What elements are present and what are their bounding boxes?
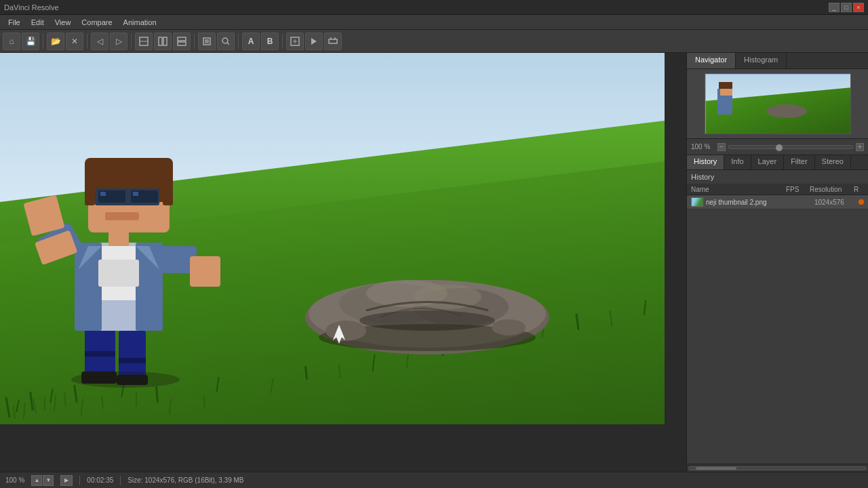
- svg-point-91: [71, 371, 180, 388]
- svg-rect-7: [205, 39, 209, 43]
- panel-tabs: History Info Layer Filter Stereo: [687, 155, 868, 170]
- zoom-slider-thumb[interactable]: [776, 144, 783, 151]
- status-size-info: Size: 1024x576, RGB (16Bit), 3.39 MB: [127, 476, 243, 484]
- tab-histogram[interactable]: Histogram: [736, 53, 787, 68]
- app-title: DaVinci Resolve: [4, 3, 59, 12]
- toolbar-view2-button[interactable]: [154, 33, 172, 50]
- toolbar-open-button[interactable]: 📂: [47, 33, 64, 50]
- col-header-fps: FPS: [786, 186, 810, 193]
- status-timecode: 00:02:35: [87, 476, 113, 484]
- col-header-resolution: Resolution: [810, 186, 854, 193]
- svg-rect-72: [85, 178, 95, 205]
- status-bar: 100 % ▲ ▼ ▶ 00:02:35 Size: 1024x576, RGB…: [0, 472, 868, 488]
- toolbar-extra3-button[interactable]: [324, 33, 342, 50]
- scene-canvas: [0, 53, 665, 424]
- navigator-tabs: Navigator Histogram: [687, 53, 868, 69]
- menu-edit[interactable]: Edit: [26, 17, 50, 28]
- history-section-title: History: [687, 170, 868, 184]
- toolbar-fit-button[interactable]: [198, 33, 216, 50]
- svg-rect-79: [105, 212, 139, 220]
- svg-rect-14: [329, 39, 337, 43]
- history-column-headers: Name FPS Resolution R: [687, 184, 868, 195]
- toolbar-view3-button[interactable]: [173, 33, 191, 50]
- tab-navigator[interactable]: Navigator: [687, 53, 736, 68]
- history-row-indicator: [859, 199, 864, 205]
- tab-filter[interactable]: Filter: [784, 155, 814, 169]
- toolbar-sep-5: [238, 34, 239, 49]
- toolbar-close-button[interactable]: ✕: [66, 33, 83, 50]
- tab-layer[interactable]: Layer: [751, 155, 785, 169]
- zoom-step-up[interactable]: ▲: [31, 475, 42, 486]
- navigator-thumbnail: [705, 73, 851, 134]
- col-header-r: R: [854, 186, 864, 193]
- tab-info[interactable]: Info: [724, 155, 751, 169]
- zoom-step-controls: ▲ ▼: [31, 475, 54, 486]
- canvas-area[interactable]: [0, 53, 686, 472]
- svg-rect-73: [163, 178, 173, 205]
- scrollbar-thumb[interactable]: [696, 467, 736, 470]
- toolbar-zoom-button[interactable]: [217, 33, 235, 50]
- svg-rect-97: [719, 82, 732, 89]
- maximize-button[interactable]: □: [841, 3, 852, 12]
- svg-rect-54: [85, 351, 115, 357]
- toolbar-view1-button[interactable]: [135, 33, 153, 50]
- svg-rect-55: [119, 358, 146, 363]
- close-button[interactable]: ×: [853, 3, 864, 12]
- toolbar-label-b[interactable]: B: [261, 33, 279, 50]
- svg-marker-13: [311, 38, 317, 45]
- minimize-button[interactable]: _: [829, 3, 840, 12]
- main-area: Navigator Histogram: [0, 53, 868, 472]
- toolbar-sep-3: [131, 34, 132, 49]
- toolbar-label-a[interactable]: A: [242, 33, 260, 50]
- svg-point-8: [222, 38, 228, 43]
- menu-file[interactable]: File: [3, 17, 26, 28]
- history-row-name: neji thumbnail 2.png: [706, 199, 791, 206]
- toolbar-next-button[interactable]: ▷: [110, 33, 127, 50]
- svg-rect-78: [133, 192, 138, 196]
- scrollbar-track[interactable]: [688, 466, 867, 470]
- zoom-bar: 100 % − +: [687, 139, 868, 155]
- svg-rect-24: [44, 397, 45, 411]
- toolbar-sep-1: [43, 34, 43, 49]
- svg-point-98: [766, 104, 807, 118]
- menu-animation[interactable]: Animation: [118, 17, 162, 28]
- scene-svg: [0, 53, 665, 424]
- toolbar-sep-4: [194, 34, 195, 49]
- toolbar-extra1-button[interactable]: [286, 33, 304, 50]
- history-row[interactable]: neji thumbnail 2.png 1024x576: [687, 195, 868, 209]
- zoom-plus-button[interactable]: +: [856, 143, 864, 151]
- panel-scrollbar[interactable]: [687, 464, 868, 472]
- zoom-slider-track[interactable]: [728, 145, 853, 149]
- svg-rect-53: [119, 331, 146, 378]
- svg-rect-2: [159, 37, 162, 45]
- toolbar-home-button[interactable]: ⌂: [3, 33, 20, 50]
- toolbar-prev-button[interactable]: ◁: [91, 33, 108, 50]
- zoom-minus-button[interactable]: −: [717, 143, 726, 151]
- status-divider-1: [79, 476, 80, 485]
- history-panel: History Name FPS Resolution R neji thumb…: [687, 170, 868, 464]
- window-controls: _ □ ×: [829, 3, 864, 12]
- title-bar: DaVinci Resolve _ □ ×: [0, 0, 868, 15]
- svg-rect-29: [136, 392, 137, 407]
- toolbar-save-button[interactable]: 💾: [22, 33, 39, 50]
- toolbar-sep-6: [282, 34, 283, 49]
- svg-rect-77: [100, 192, 106, 196]
- menu-view[interactable]: View: [50, 17, 77, 28]
- status-divider-2: [120, 476, 121, 485]
- tab-stereo[interactable]: Stereo: [815, 155, 851, 169]
- col-header-name: Name: [691, 186, 786, 193]
- thumbnail-svg: [705, 74, 851, 134]
- tab-history[interactable]: History: [687, 155, 724, 169]
- menu-compare[interactable]: Compare: [76, 17, 117, 28]
- status-zoom: 100 %: [5, 476, 24, 484]
- toolbar-extra2-button[interactable]: [305, 33, 323, 50]
- right-panel: Navigator Histogram: [686, 53, 868, 472]
- svg-rect-68: [190, 256, 220, 287]
- svg-rect-80: [98, 260, 139, 287]
- svg-rect-4: [178, 37, 186, 41]
- play-button[interactable]: ▶: [60, 475, 73, 486]
- svg-rect-3: [163, 37, 167, 45]
- history-row-resolution: 1024x576: [814, 199, 859, 206]
- zoom-step-down[interactable]: ▼: [43, 475, 54, 486]
- svg-line-9: [227, 43, 229, 45]
